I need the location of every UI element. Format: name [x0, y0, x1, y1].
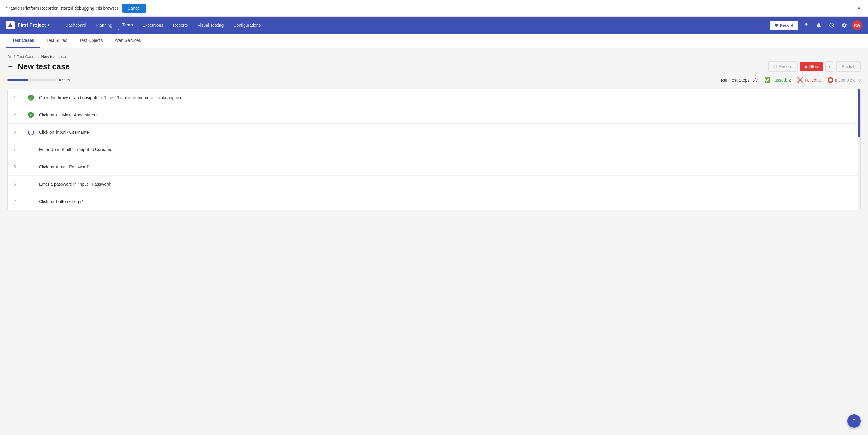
nav-configurations[interactable]: Configurations — [229, 20, 264, 30]
svg-marker-0 — [8, 23, 12, 27]
table-row: 3Click on 'input - Username' — [8, 124, 860, 141]
step-status — [28, 181, 34, 187]
status-passed-icon: ✓ — [28, 95, 34, 101]
tabs-bar: Test Cases Test Suites Test Objects Web … — [0, 34, 868, 48]
action-buttons: Record ■ Stop ▾ Publish — [768, 61, 861, 71]
step-description: Click on 'button - Login' — [39, 199, 854, 204]
help-icon: ? — [852, 418, 856, 424]
step-number: 2 — [14, 113, 23, 117]
project-name[interactable]: First Project ▾ — [18, 23, 50, 28]
notifications-button[interactable] — [814, 21, 824, 29]
status-running-icon — [28, 129, 34, 135]
tab-test-objects[interactable]: Test Objects — [73, 34, 108, 48]
table-row: 6Enter a password in 'input - Password' — [8, 176, 860, 193]
step-status: ✓ — [28, 112, 34, 118]
page-title: New test case — [18, 62, 70, 71]
nav-tests[interactable]: Tests — [118, 20, 136, 30]
step-description: Enter a password in 'input - Password' — [39, 182, 854, 187]
tab-web-services[interactable]: Web Services — [108, 34, 147, 48]
katalon-logo — [6, 21, 14, 29]
tab-test-cases[interactable]: Test Cases — [6, 34, 40, 48]
nav-executions[interactable]: Executions — [139, 20, 167, 30]
status-pending-icon — [28, 181, 34, 187]
chevron-down-icon: ▾ — [48, 23, 50, 27]
step-description: Open the browser and navigate to 'https:… — [39, 95, 854, 100]
record-circle-icon — [773, 65, 777, 68]
step-number: 5 — [14, 164, 23, 169]
nav-links: Dashboard Planning Tests Executions Repo… — [62, 20, 770, 30]
failed-label: Failed: — [805, 77, 817, 83]
status-pending-icon — [28, 164, 34, 170]
progress-bar-fill — [7, 79, 28, 81]
progress-section: 42.9% Run Test Steps: 3/7 ✅ Passed: 2 ❌ … — [7, 77, 861, 83]
debug-banner: "Katalon Platform Recorder" started debu… — [0, 0, 868, 17]
check-icon: ✅ — [764, 77, 770, 83]
step-number: 3 — [14, 130, 23, 135]
navbar: First Project ▾ Dashboard Planning Tests… — [0, 17, 868, 34]
progress-percent: 42.9% — [59, 77, 70, 82]
step-number: 4 — [14, 147, 23, 152]
x-icon: ❌ — [797, 77, 803, 83]
table-row: 2✓Click on 'a - Make Appointment' — [8, 106, 860, 124]
table-row: 4Enter 'John Smith' in 'input - Username… — [8, 141, 860, 158]
close-button[interactable]: × — [856, 5, 862, 12]
incomplete-icon: ⭕ — [827, 77, 833, 83]
table-row: 5Click on 'input - Password' — [8, 158, 860, 176]
breadcrumb-separator: / — [38, 54, 39, 59]
debug-banner-message: "Katalon Platform Recorder" started debu… — [6, 6, 118, 11]
status-pending-icon — [28, 147, 34, 153]
breadcrumb-current: New test case — [41, 54, 66, 59]
nav-planning[interactable]: Planning — [92, 20, 116, 30]
status-passed-icon: ✓ — [28, 112, 34, 118]
nav-reports[interactable]: Reports — [169, 20, 191, 30]
step-description: Click on 'input - Username' — [39, 130, 854, 135]
scroll-thumb[interactable] — [858, 89, 860, 137]
step-status — [28, 129, 34, 135]
record-dot-icon — [775, 24, 778, 27]
steps-list: 1✓Open the browser and navigate to 'http… — [8, 89, 860, 210]
record-button-nav[interactable]: Record — [770, 21, 798, 30]
run-steps-stat: Run Test Steps: 3/7 — [721, 77, 758, 83]
debug-banner-left: "Katalon Platform Recorder" started debu… — [6, 4, 146, 13]
history-button[interactable] — [827, 21, 836, 29]
stats-area: Run Test Steps: 3/7 ✅ Passed: 2 ❌ Failed… — [721, 77, 861, 83]
passed-label: Passed: — [772, 77, 787, 83]
stop-icon: ■ — [805, 64, 807, 69]
dropdown-button[interactable]: ▾ — [825, 61, 834, 71]
step-status — [28, 164, 34, 170]
main-content: Draft Test Cases / New test case ← New t… — [0, 48, 868, 216]
progress-bar-background — [7, 79, 56, 81]
step-status — [28, 198, 34, 205]
step-number: 6 — [14, 182, 23, 187]
table-row: 7Click on 'button - Login' — [8, 193, 860, 210]
step-description: Enter 'John Smith' in 'input - Username' — [39, 147, 854, 152]
step-number: 1 — [14, 95, 23, 100]
steps-container: 1✓Open the browser and navigate to 'http… — [7, 89, 861, 210]
nav-dashboard[interactable]: Dashboard — [62, 20, 90, 30]
help-button[interactable]: ? — [847, 414, 861, 428]
cancel-button[interactable]: Cancel — [122, 4, 146, 13]
settings-button[interactable] — [839, 21, 849, 29]
avatar[interactable]: RA — [852, 20, 862, 30]
passed-count: 2 — [788, 77, 791, 83]
nav-right: Record RA — [770, 20, 862, 30]
step-description: Click on 'input - Password' — [39, 164, 854, 169]
back-button[interactable]: ← — [7, 62, 14, 70]
incomplete-stat: ⭕ Incomplete: 0 — [827, 77, 861, 83]
record-button: Record — [768, 61, 798, 71]
step-status — [28, 147, 34, 153]
passed-stat: ✅ Passed: 2 — [764, 77, 791, 83]
status-pending-icon — [28, 198, 34, 205]
run-steps-value: 3/7 — [752, 77, 758, 83]
incomplete-label: Incomplete: — [835, 77, 857, 83]
breadcrumb-parent[interactable]: Draft Test Cases — [7, 54, 36, 59]
failed-count: 0 — [819, 77, 821, 83]
tab-test-suites[interactable]: Test Suites — [40, 34, 73, 48]
step-description: Click on 'a - Make Appointment' — [39, 113, 854, 117]
download-button[interactable] — [801, 21, 811, 29]
scroll-track — [858, 89, 860, 210]
nav-visual-testing[interactable]: Visual Testing — [194, 20, 227, 30]
table-row: 1✓Open the browser and navigate to 'http… — [8, 89, 860, 106]
step-status: ✓ — [28, 95, 34, 101]
stop-button[interactable]: ■ Stop — [800, 62, 823, 71]
